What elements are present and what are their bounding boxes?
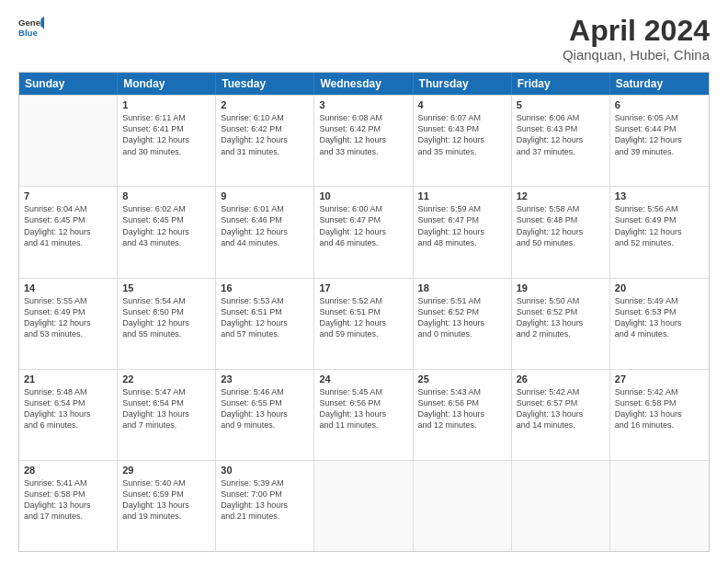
calendar-cell: 19Sunrise: 5:50 AM Sunset: 6:52 PM Dayli… bbox=[512, 279, 610, 369]
calendar-cell: 29Sunrise: 5:40 AM Sunset: 6:59 PM Dayli… bbox=[118, 461, 216, 551]
cell-info: Sunrise: 6:04 AM Sunset: 6:45 PM Dayligh… bbox=[24, 203, 112, 248]
day-number: 2 bbox=[221, 99, 309, 110]
cell-info: Sunrise: 5:48 AM Sunset: 6:54 PM Dayligh… bbox=[24, 386, 112, 431]
calendar-header-cell: Tuesday bbox=[216, 73, 314, 95]
calendar-row: 7Sunrise: 6:04 AM Sunset: 6:45 PM Daylig… bbox=[19, 186, 709, 277]
calendar-body: 1Sunrise: 6:11 AM Sunset: 6:41 PM Daylig… bbox=[19, 95, 709, 551]
day-number: 15 bbox=[122, 282, 210, 293]
day-number: 23 bbox=[221, 373, 309, 385]
day-number: 18 bbox=[418, 282, 506, 293]
cell-info: Sunrise: 5:46 AM Sunset: 6:55 PM Dayligh… bbox=[221, 386, 309, 431]
svg-text:Blue: Blue bbox=[18, 28, 38, 38]
cell-info: Sunrise: 5:54 AM Sunset: 6:50 PM Dayligh… bbox=[122, 295, 210, 340]
calendar-cell: 15Sunrise: 5:54 AM Sunset: 6:50 PM Dayli… bbox=[118, 279, 216, 369]
calendar-row: 14Sunrise: 5:55 AM Sunset: 6:49 PM Dayli… bbox=[19, 278, 709, 369]
calendar-cell: 6Sunrise: 6:05 AM Sunset: 6:44 PM Daylig… bbox=[610, 96, 709, 186]
calendar-cell: 13Sunrise: 5:56 AM Sunset: 6:49 PM Dayli… bbox=[610, 187, 709, 277]
calendar-cell: 24Sunrise: 5:45 AM Sunset: 6:56 PM Dayli… bbox=[314, 370, 413, 460]
calendar-cell: 23Sunrise: 5:46 AM Sunset: 6:55 PM Dayli… bbox=[216, 370, 314, 460]
cell-info: Sunrise: 6:05 AM Sunset: 6:44 PM Dayligh… bbox=[615, 112, 704, 157]
cell-info: Sunrise: 6:07 AM Sunset: 6:43 PM Dayligh… bbox=[418, 112, 506, 157]
cell-info: Sunrise: 5:42 AM Sunset: 6:57 PM Dayligh… bbox=[517, 386, 605, 431]
logo: GeneralBlue bbox=[18, 15, 44, 40]
calendar-row: 21Sunrise: 5:48 AM Sunset: 6:54 PM Dayli… bbox=[19, 369, 709, 460]
calendar-cell bbox=[414, 461, 512, 551]
day-number: 29 bbox=[122, 465, 210, 476]
cell-info: Sunrise: 5:51 AM Sunset: 6:52 PM Dayligh… bbox=[418, 295, 506, 340]
cell-info: Sunrise: 5:39 AM Sunset: 7:00 PM Dayligh… bbox=[221, 477, 309, 523]
calendar-cell: 16Sunrise: 5:53 AM Sunset: 6:51 PM Dayli… bbox=[216, 279, 314, 369]
cell-info: Sunrise: 5:56 AM Sunset: 6:49 PM Dayligh… bbox=[615, 203, 704, 248]
calendar-header-cell: Monday bbox=[118, 73, 216, 95]
cell-info: Sunrise: 6:10 AM Sunset: 6:42 PM Dayligh… bbox=[221, 112, 309, 157]
calendar-cell: 22Sunrise: 5:47 AM Sunset: 6:54 PM Dayli… bbox=[118, 370, 216, 460]
page-title: April 2024 bbox=[563, 15, 710, 47]
calendar-header-cell: Sunday bbox=[19, 73, 118, 95]
day-number: 16 bbox=[221, 282, 309, 293]
calendar-header-cell: Thursday bbox=[414, 73, 512, 95]
svg-text:General: General bbox=[18, 17, 44, 28]
calendar-cell bbox=[512, 461, 610, 551]
cell-info: Sunrise: 5:42 AM Sunset: 6:58 PM Dayligh… bbox=[615, 386, 704, 431]
calendar-cell: 25Sunrise: 5:43 AM Sunset: 6:56 PM Dayli… bbox=[414, 370, 512, 460]
calendar-cell: 5Sunrise: 6:06 AM Sunset: 6:43 PM Daylig… bbox=[512, 96, 610, 186]
cell-info: Sunrise: 6:06 AM Sunset: 6:43 PM Dayligh… bbox=[517, 112, 605, 157]
calendar-cell: 1Sunrise: 6:11 AM Sunset: 6:41 PM Daylig… bbox=[118, 96, 216, 186]
cell-info: Sunrise: 5:52 AM Sunset: 6:51 PM Dayligh… bbox=[319, 295, 407, 340]
day-number: 10 bbox=[319, 190, 407, 201]
day-number: 9 bbox=[221, 190, 309, 201]
day-number: 14 bbox=[24, 282, 112, 293]
calendar-cell: 27Sunrise: 5:42 AM Sunset: 6:58 PM Dayli… bbox=[610, 370, 709, 460]
day-number: 26 bbox=[517, 373, 605, 385]
cell-info: Sunrise: 6:01 AM Sunset: 6:46 PM Dayligh… bbox=[221, 203, 309, 248]
calendar-cell: 8Sunrise: 6:02 AM Sunset: 6:45 PM Daylig… bbox=[118, 187, 216, 277]
cell-info: Sunrise: 5:58 AM Sunset: 6:48 PM Dayligh… bbox=[517, 203, 605, 248]
day-number: 25 bbox=[418, 373, 506, 385]
cell-info: Sunrise: 5:55 AM Sunset: 6:49 PM Dayligh… bbox=[24, 295, 112, 340]
cell-info: Sunrise: 6:00 AM Sunset: 6:47 PM Dayligh… bbox=[319, 203, 407, 248]
calendar-row: 28Sunrise: 5:41 AM Sunset: 6:58 PM Dayli… bbox=[19, 460, 709, 551]
cell-info: Sunrise: 5:47 AM Sunset: 6:54 PM Dayligh… bbox=[122, 386, 210, 431]
cell-info: Sunrise: 5:49 AM Sunset: 6:53 PM Dayligh… bbox=[615, 295, 704, 340]
calendar-cell: 26Sunrise: 5:42 AM Sunset: 6:57 PM Dayli… bbox=[512, 370, 610, 460]
day-number: 4 bbox=[418, 99, 506, 110]
calendar-cell: 11Sunrise: 5:59 AM Sunset: 6:47 PM Dayli… bbox=[414, 187, 512, 277]
calendar-page: GeneralBlue April 2024 Qianquan, Hubei, … bbox=[0, 0, 728, 563]
calendar-cell bbox=[19, 96, 118, 186]
day-number: 17 bbox=[319, 282, 407, 293]
day-number: 28 bbox=[24, 465, 112, 476]
day-number: 12 bbox=[517, 190, 605, 201]
calendar-cell: 30Sunrise: 5:39 AM Sunset: 7:00 PM Dayli… bbox=[216, 461, 314, 551]
cell-info: Sunrise: 5:43 AM Sunset: 6:56 PM Dayligh… bbox=[418, 386, 506, 431]
day-number: 27 bbox=[615, 373, 704, 385]
calendar-cell bbox=[314, 461, 413, 551]
cell-info: Sunrise: 5:53 AM Sunset: 6:51 PM Dayligh… bbox=[221, 295, 309, 340]
day-number: 13 bbox=[615, 190, 704, 201]
day-number: 19 bbox=[517, 282, 605, 293]
calendar-cell bbox=[610, 461, 709, 551]
day-number: 21 bbox=[24, 373, 112, 385]
day-number: 8 bbox=[122, 190, 210, 201]
calendar-cell: 28Sunrise: 5:41 AM Sunset: 6:58 PM Dayli… bbox=[19, 461, 118, 551]
calendar-cell: 10Sunrise: 6:00 AM Sunset: 6:47 PM Dayli… bbox=[314, 187, 413, 277]
calendar-cell: 3Sunrise: 6:08 AM Sunset: 6:42 PM Daylig… bbox=[314, 96, 413, 186]
cell-info: Sunrise: 5:59 AM Sunset: 6:47 PM Dayligh… bbox=[418, 203, 506, 248]
day-number: 30 bbox=[221, 465, 309, 476]
cell-info: Sunrise: 5:40 AM Sunset: 6:59 PM Dayligh… bbox=[122, 477, 210, 523]
calendar-header: SundayMondayTuesdayWednesdayThursdayFrid… bbox=[19, 73, 709, 95]
day-number: 22 bbox=[122, 373, 210, 385]
calendar-cell: 20Sunrise: 5:49 AM Sunset: 6:53 PM Dayli… bbox=[610, 279, 709, 369]
cell-info: Sunrise: 5:45 AM Sunset: 6:56 PM Dayligh… bbox=[319, 386, 407, 431]
page-subtitle: Qianquan, Hubei, China bbox=[563, 47, 710, 63]
calendar-cell: 14Sunrise: 5:55 AM Sunset: 6:49 PM Dayli… bbox=[19, 279, 118, 369]
title-block: April 2024 Qianquan, Hubei, China bbox=[563, 15, 710, 63]
page-header: GeneralBlue April 2024 Qianquan, Hubei, … bbox=[18, 15, 710, 63]
cell-info: Sunrise: 6:08 AM Sunset: 6:42 PM Dayligh… bbox=[319, 112, 407, 157]
calendar-cell: 12Sunrise: 5:58 AM Sunset: 6:48 PM Dayli… bbox=[512, 187, 610, 277]
calendar-cell: 18Sunrise: 5:51 AM Sunset: 6:52 PM Dayli… bbox=[414, 279, 512, 369]
day-number: 24 bbox=[319, 373, 407, 385]
day-number: 3 bbox=[319, 99, 407, 110]
calendar-cell: 17Sunrise: 5:52 AM Sunset: 6:51 PM Dayli… bbox=[314, 279, 413, 369]
calendar-cell: 7Sunrise: 6:04 AM Sunset: 6:45 PM Daylig… bbox=[19, 187, 118, 277]
calendar-cell: 2Sunrise: 6:10 AM Sunset: 6:42 PM Daylig… bbox=[216, 96, 314, 186]
